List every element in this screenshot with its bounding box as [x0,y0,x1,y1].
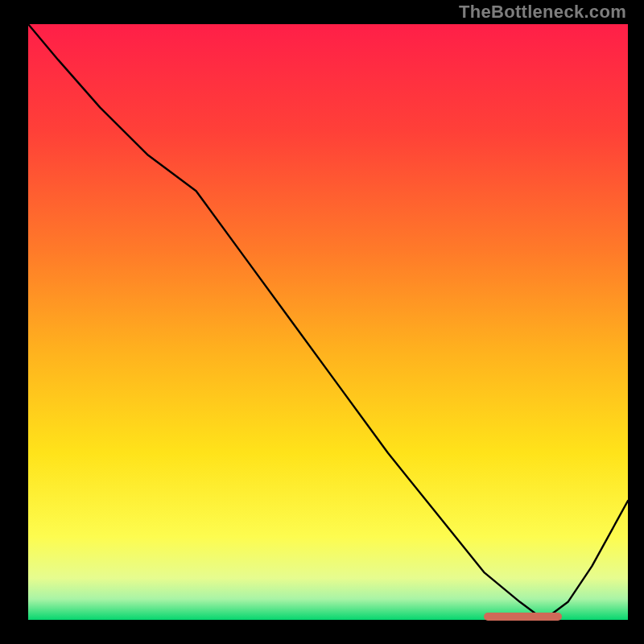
chart-container: TheBottleneck.com [0,0,644,644]
watermark-text: TheBottleneck.com [459,2,626,23]
plot-svg [28,24,628,620]
plot-area [28,24,628,620]
valley-marker [484,613,562,621]
gradient-background [28,24,628,620]
